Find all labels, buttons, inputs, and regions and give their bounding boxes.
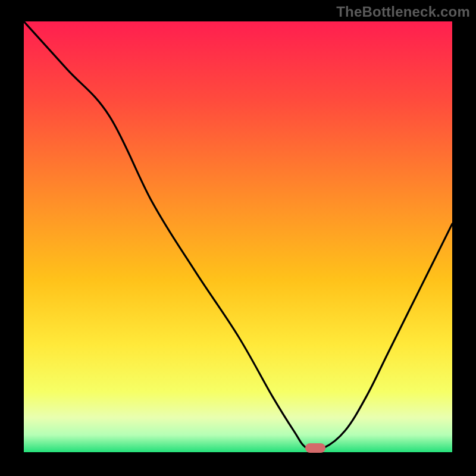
optimal-point-marker [305,443,325,453]
gradient-background [24,21,452,452]
plot-area [24,21,452,452]
chart-svg [24,21,452,452]
chart-frame: TheBottleneck.com [0,0,476,476]
watermark-text: TheBottleneck.com [336,4,470,20]
